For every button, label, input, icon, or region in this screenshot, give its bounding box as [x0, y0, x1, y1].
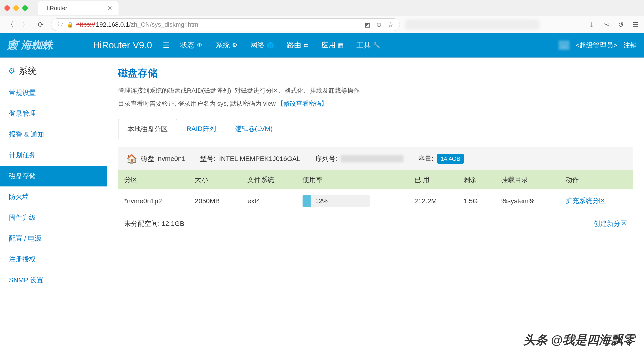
url-host: 192.168.0.1 [96, 21, 129, 28]
sidebar-item-snmp[interactable]: SNMP 设置 [0, 270, 107, 290]
browser-toolbar: 〈 〉 ⟳ 🛡 🔒 https:// 192.168.0.1 /zh_CN/sy… [0, 16, 644, 33]
cell-partition: *nvme0n1p2 [118, 189, 188, 213]
partition-table: 分区 大小 文件系统 使用率 已 用 剩余 挂载目录 动作 *nvme0n1p2… [118, 170, 633, 213]
table-row: *nvme0n1p2 2050MB ext4 12% 212.2M 1.5G %… [118, 189, 633, 213]
logo-area: 🕸 海蜘蛛 HiRouter V9.0 [7, 39, 152, 52]
capacity-badge: 14.4GB [437, 154, 464, 164]
sidebar: ⚙ 系统 常规设置 登录管理 报警 & 通知 计划任务 磁盘存储 防火墙 固件升… [0, 58, 107, 355]
bookmark-icon[interactable]: ☆ [388, 21, 393, 29]
app-body: ⚙ 系统 常规设置 登录管理 报警 & 通知 计划任务 磁盘存储 防火墙 固件升… [0, 58, 644, 355]
table-header-row: 分区 大小 文件系统 使用率 已 用 剩余 挂载目录 动作 [118, 170, 633, 189]
sidebar-item-login[interactable]: 登录管理 [0, 103, 107, 124]
zoom-icon[interactable]: ⊕ [376, 21, 382, 29]
grid-icon: ▦ [338, 42, 344, 49]
nav-toggle-icon[interactable]: ☰ [163, 41, 170, 50]
window-controls [4, 5, 28, 11]
tab-raid[interactable]: RAID阵列 [177, 118, 226, 139]
col-used: 已 用 [408, 170, 457, 189]
usage-bar: 12% [302, 195, 370, 207]
create-partition-link[interactable]: 创建新分区 [594, 219, 627, 228]
home-icon: 🏠 [126, 154, 137, 164]
eye-icon: 👁 [197, 42, 202, 49]
col-mount: 挂载目录 [495, 170, 559, 189]
globe-icon: 🌐 [267, 42, 274, 49]
sidebar-title: ⚙ 系统 [0, 58, 107, 82]
unallocated-space: 未分配空间: 12.1GB [124, 219, 184, 228]
usage-text: 12% [315, 197, 328, 205]
minimize-window-icon[interactable] [14, 5, 19, 11]
maximize-window-icon[interactable] [22, 5, 28, 11]
sidebar-item-alert[interactable]: 报警 & 通知 [0, 124, 107, 145]
extensions-blurred [405, 20, 539, 30]
serial-label: 序列号: [315, 154, 337, 163]
tab-bar: HiRouter ✕ + [0, 0, 644, 16]
app-header: 🕸 海蜘蛛 HiRouter V9.0 ☰ 状态👁 系统⚙ 网络🌐 路由⇄ 应用… [0, 33, 644, 58]
disk-name: nvme0n1 [158, 155, 185, 163]
expand-partition-link[interactable]: 扩充系统分区 [566, 197, 606, 204]
nav-apps[interactable]: 应用▦ [321, 40, 344, 50]
watermark: 头条 @我是四海飘零 [523, 332, 635, 348]
sidebar-item-schedule[interactable]: 计划任务 [0, 145, 107, 166]
cell-fs: ext4 [241, 189, 296, 213]
close-window-icon[interactable] [4, 5, 10, 11]
browser-tab[interactable]: HiRouter ✕ [38, 1, 118, 15]
back-button[interactable]: 〈 [5, 20, 15, 30]
url-scheme: https:// [76, 21, 95, 28]
main-content: 磁盘存储 管理连接到系统的磁盘或RAID(磁盘阵列), 对磁盘进行分区、格式化、… [107, 58, 644, 355]
sidebar-item-disk[interactable]: 磁盘存储 [0, 166, 107, 186]
capacity-label: 容量: [418, 154, 433, 163]
page-title: 磁盘存储 [118, 67, 633, 80]
cell-used: 212.2M [408, 189, 457, 213]
serial-blurred [341, 155, 404, 162]
logout-link[interactable]: 注销 [624, 41, 637, 50]
nav-system[interactable]: 系统⚙ [216, 40, 237, 50]
menu-icon[interactable]: ☰ [632, 21, 639, 29]
new-tab-button[interactable]: + [122, 3, 134, 13]
col-free: 剩余 [457, 170, 495, 189]
close-tab-icon[interactable]: ✕ [107, 5, 112, 12]
sidebar-item-config[interactable]: 配置 / 电源 [0, 228, 107, 249]
forward-button[interactable]: 〉 [20, 20, 30, 30]
address-bar[interactable]: 🛡 🔒 https:// 192.168.0.1 /zh_CN/sys_disk… [51, 18, 400, 31]
tab-local-partition[interactable]: 本地磁盘分区 [118, 119, 177, 139]
brand-logo: 🕸 海蜘蛛 [7, 39, 88, 52]
wrench-icon: 🔧 [373, 42, 380, 49]
reload-button[interactable]: ⟳ [36, 20, 46, 30]
model-value: INTEL MEMPEK1J016GAL [219, 155, 300, 163]
product-name: HiRouter V9.0 [93, 40, 152, 51]
cell-mount: %system% [495, 189, 559, 213]
tab-title: HiRouter [44, 5, 67, 12]
page-desc-2: 目录查看时需要验证, 登录用户名为 sys, 默认密码为 view 【修改查看密… [118, 98, 633, 109]
insecure-lock-icon: 🔒 [67, 22, 74, 28]
nav-route[interactable]: 路由⇄ [287, 40, 308, 50]
cell-size: 2050MB [188, 189, 241, 213]
sidebar-item-firmware[interactable]: 固件升级 [0, 207, 107, 228]
username-blurred: ... [558, 41, 570, 50]
cell-free: 1.5G [457, 189, 495, 213]
history-icon[interactable]: ↺ [618, 21, 624, 29]
sidebar-item-general[interactable]: 常规设置 [0, 82, 107, 103]
scissors-icon[interactable]: ✂ [604, 21, 609, 29]
tab-lvm[interactable]: 逻辑卷(LVM) [226, 118, 282, 139]
col-partition: 分区 [118, 170, 188, 189]
top-nav: 状态👁 系统⚙ 网络🌐 路由⇄ 应用▦ 工具🔧 [180, 40, 380, 50]
col-size: 大小 [188, 170, 241, 189]
translate-icon[interactable]: ◩ [364, 21, 370, 29]
nav-tools[interactable]: 工具🔧 [356, 40, 380, 50]
sidebar-item-firewall[interactable]: 防火墙 [0, 186, 107, 207]
cell-usage: 12% [296, 189, 408, 213]
disk-header: 🏠 磁盘 nvme0n1 - 型号: INTEL MEMPEK1J016GAL … [118, 147, 633, 170]
disk-label: 磁盘 [141, 154, 154, 163]
nav-status[interactable]: 状态👁 [180, 40, 202, 50]
col-usage: 使用率 [296, 170, 408, 189]
user-role: <超级管理员> [576, 41, 617, 50]
model-label: 型号: [200, 154, 215, 163]
table-footer: 未分配空间: 12.1GB 创建新分区 [118, 213, 633, 235]
usage-fill [302, 195, 310, 207]
download-icon[interactable]: ⤓ [589, 21, 594, 29]
change-password-link[interactable]: 【修改查看密码】 [277, 100, 327, 107]
nav-network[interactable]: 网络🌐 [250, 40, 274, 50]
disk-tabs: 本地磁盘分区 RAID阵列 逻辑卷(LVM) [118, 118, 633, 139]
url-path: /zh_CN/sys_diskmgr.htm [129, 21, 198, 28]
sidebar-item-license[interactable]: 注册授权 [0, 249, 107, 270]
